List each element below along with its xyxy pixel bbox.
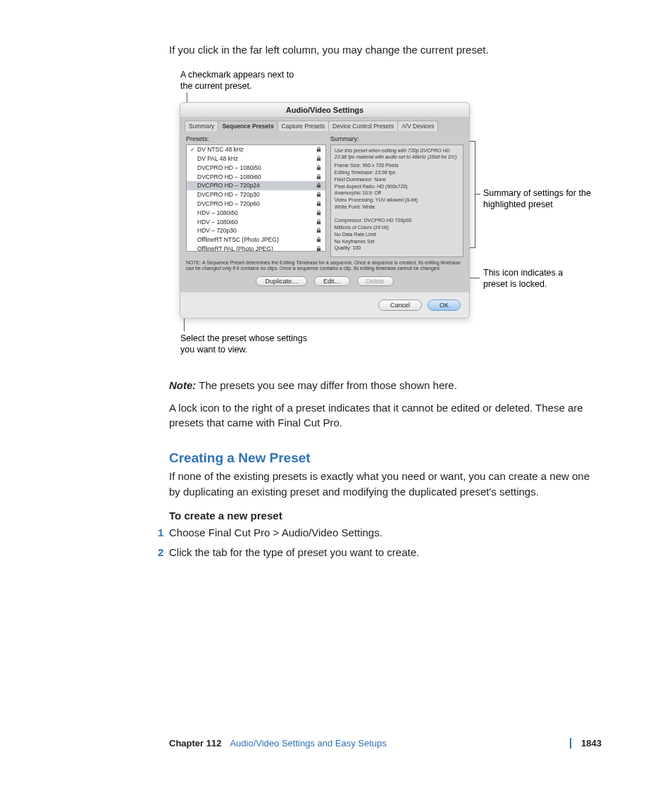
preset-row[interactable]: DVCPRO HD – 720p24: [187, 181, 325, 190]
preset-name: DVCPRO HD – 720p24: [196, 182, 316, 189]
note-body: The presets you see may differ from thos…: [199, 379, 457, 391]
summary-line: [335, 211, 459, 218]
preset-row[interactable]: DV PAL 48 kHz: [187, 154, 325, 164]
edit-button[interactable]: Edit…: [314, 276, 350, 286]
callout-summary: Summary of settings for the highlighted …: [483, 187, 596, 211]
preset-name: DVCPRO HD – 1080i50: [196, 164, 316, 171]
tab-a-v-devices[interactable]: A/V Devices: [397, 121, 438, 131]
preset-row[interactable]: ✓DV NTSC 48 kHz: [187, 145, 325, 154]
step-number: 2: [158, 544, 163, 561]
preset-name: HDV – 1080i50: [196, 209, 316, 216]
lock-icon: [316, 183, 323, 188]
preset-row[interactable]: DVCPRO HD – 1080i60: [187, 172, 325, 181]
dialog-title: Audio/Video Settings: [180, 103, 469, 118]
lock-icon: [316, 147, 323, 152]
lock-icon: [316, 192, 323, 197]
preset-name: OfflineRT NTSC (Photo JPEG): [196, 236, 316, 243]
preset-row[interactable]: HDV – 1080i60: [187, 217, 325, 226]
lock-icon: [316, 156, 323, 161]
tab-sequence-presets[interactable]: Sequence Presets: [218, 121, 278, 131]
steps-list: 1Choose Final Cut Pro > Audio/Video Sett…: [169, 524, 602, 561]
summary-line: Millions of Colors (24 bit): [335, 225, 459, 231]
summary-line: Video Processing: YUV allowed (8-bit): [335, 197, 459, 204]
note-paragraph: Note: The presets you see may differ fro…: [169, 378, 602, 393]
section-paragraph: If none of the existing presets is exact…: [169, 469, 602, 500]
step: 2Click the tab for the type of preset yo…: [169, 544, 602, 561]
step-number: 1: [158, 524, 163, 541]
lock-icon: [316, 210, 323, 216]
lock-icon: [316, 228, 323, 233]
page-footer: Chapter 112 Audio/Video Settings and Eas…: [0, 738, 672, 749]
summary-line: Anamorphic 16:9: Off: [335, 190, 459, 197]
callout-lock: This icon indicates a preset is locked.: [483, 267, 589, 290]
task-heading: To create a new preset: [169, 510, 602, 522]
av-settings-dialog: Audio/Video Settings SummarySequence Pre…: [180, 102, 470, 319]
presets-list[interactable]: ✓DV NTSC 48 kHzDV PAL 48 kHzDVCPRO HD – …: [186, 144, 326, 252]
preset-row[interactable]: DVCPRO HD – 1080i50: [187, 163, 325, 172]
summary-box: Use this preset when editing with 720p D…: [330, 144, 463, 257]
lock-icon: [316, 201, 323, 207]
summary-line: White Point: White: [335, 204, 459, 211]
summary-line: Editing Timebase: 23.98 fps: [335, 170, 459, 176]
callout-line: [475, 194, 480, 195]
preset-name: DVCPRO HD – 1080i60: [196, 173, 316, 180]
lock-icon: [316, 174, 323, 180]
ok-button[interactable]: OK: [428, 300, 461, 311]
preset-name: DV PAL 48 kHz: [196, 155, 316, 162]
lock-icon: [316, 246, 323, 252]
preset-name: DVCPRO HD – 720p60: [196, 200, 316, 207]
preset-row[interactable]: OfflineRT PAL (Photo JPEG): [187, 245, 325, 252]
callout-top: A checkmark appears next to the current …: [180, 69, 300, 92]
preset-row[interactable]: HDV – 720p30: [187, 226, 325, 235]
preset-row[interactable]: HDV – 1080i50: [187, 208, 325, 217]
section-heading: Creating a New Preset: [169, 450, 602, 466]
footer-title: Audio/Video Settings and Easy Setups: [230, 738, 386, 749]
summary-line: [335, 252, 459, 257]
duplicate-button[interactable]: Duplicate…: [256, 276, 307, 286]
preset-row[interactable]: DVCPRO HD – 720p60: [187, 199, 325, 209]
step: 1Choose Final Cut Pro > Audio/Video Sett…: [169, 524, 602, 541]
preset-name: OfflineRT PAL (Photo JPEG): [196, 245, 316, 252]
preset-row[interactable]: OfflineRT NTSC (Photo JPEG): [187, 235, 325, 245]
tab-summary[interactable]: Summary: [185, 121, 218, 131]
preset-name: DVCPRO HD – 720p30: [196, 191, 316, 198]
lock-icon: [316, 237, 323, 242]
lock-icon: [316, 165, 323, 171]
checkmark-icon: ✓: [189, 147, 196, 153]
bracket-summary: [469, 141, 475, 248]
dialog-note: NOTE: A Sequence Preset determines the E…: [186, 260, 463, 272]
preset-name: HDV – 720p30: [196, 227, 316, 234]
lock-icon: [316, 219, 323, 225]
footer-chapter: Chapter 112: [169, 738, 221, 749]
summary-line: Quality: 100: [335, 245, 459, 252]
summary-line: Pixel Aspect Ratio: HD (960x720): [335, 184, 459, 190]
summary-lead: Use this preset when editing with 720p D…: [335, 148, 459, 161]
preset-name: DV NTSC 48 kHz: [196, 146, 316, 153]
summary-line: No Keyframes Set: [335, 239, 459, 245]
lock-paragraph: A lock icon to the right of a preset ind…: [169, 400, 602, 431]
delete-button: Delete: [357, 276, 394, 286]
footer-page-number: 1843: [570, 738, 602, 749]
figure: A checkmark appears next to the current …: [70, 70, 602, 359]
summary-line: Field Dominance: None: [335, 177, 459, 183]
note-prefix: Note:: [169, 379, 196, 391]
summary-label: Summary:: [330, 135, 463, 142]
summary-line: Frame Size: 960 x 720 Pixels: [335, 163, 459, 169]
tab-capture-presets[interactable]: Capture Presets: [278, 121, 329, 131]
preset-name: HDV – 1080i60: [196, 218, 316, 226]
tab-device-control-presets[interactable]: Device Control Presets: [328, 121, 398, 131]
summary-line: Compressor: DVCPRO HD 720p60: [335, 218, 459, 224]
preset-row[interactable]: DVCPRO HD – 720p30: [187, 190, 325, 199]
tab-bar: SummarySequence PresetsCapture PresetsDe…: [180, 118, 469, 131]
callout-bottom: Select the preset whose settings you wan…: [180, 333, 307, 356]
cancel-button[interactable]: Cancel: [378, 300, 422, 311]
summary-line: No Data Rate Limit: [335, 232, 459, 238]
intro-text: If you click in the far left column, you…: [169, 42, 602, 58]
presets-label: Presets:: [186, 135, 326, 142]
